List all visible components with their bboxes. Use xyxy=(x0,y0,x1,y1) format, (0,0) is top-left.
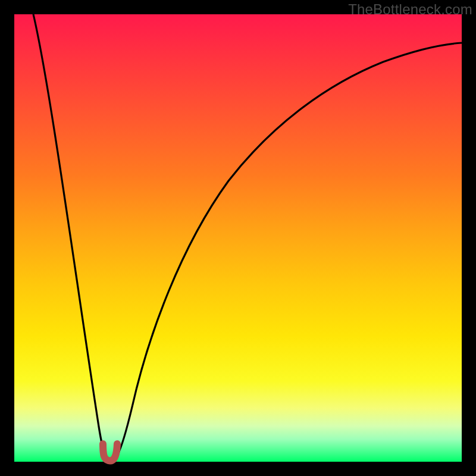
bottleneck-curve xyxy=(33,14,462,460)
chart-area xyxy=(14,14,462,462)
optimal-marker xyxy=(103,444,117,461)
watermark-text: TheBottleneck.com xyxy=(348,1,472,18)
bottleneck-curve-svg xyxy=(14,14,462,462)
